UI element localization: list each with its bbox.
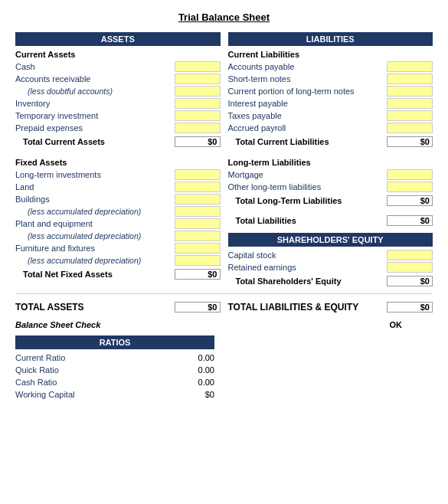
inventory-input[interactable]	[175, 98, 221, 109]
assets-section: ASSETS Current Assets Cash Accounts rece…	[15, 32, 221, 287]
total-current-liabilities-value: $0	[387, 136, 433, 147]
accounts-payable-input[interactable]	[387, 61, 433, 72]
less-accum-dep-buildings-row: (less accumulated depreciation)	[15, 205, 221, 218]
buildings-input[interactable]	[175, 194, 221, 205]
total-equity-row: Total Shareholders' Equity $0	[228, 275, 433, 287]
current-portion-lt-notes-input[interactable]	[387, 86, 433, 97]
total-current-liabilities-row: Total Current Liabilities $0	[228, 136, 433, 148]
total-current-assets-row: Total Current Assets $0	[15, 136, 221, 148]
current-ratio-value: 0.00	[168, 353, 214, 362]
furniture-fixtures-input[interactable]	[175, 243, 221, 254]
land-input[interactable]	[175, 182, 221, 192]
total-liabilities-value: $0	[387, 215, 433, 226]
total-net-fixed-assets-label: Total Net Fixed Assets	[15, 270, 175, 279]
cash-ratio-row: Cash Ratio 0.00	[15, 376, 214, 388]
less-accum-dep-buildings-input[interactable]	[175, 206, 221, 217]
furniture-fixtures-row: Furniture and fixtures	[15, 242, 221, 254]
current-liabilities-label: Current Liabilities	[228, 50, 433, 59]
less-doubtful-label: (less doubtful accounts)	[15, 87, 175, 96]
cash-ratio-label: Cash Ratio	[15, 378, 168, 387]
current-ratio-label: Current Ratio	[15, 353, 168, 362]
plant-equipment-label: Plant and equipment	[15, 219, 175, 228]
mortgage-input[interactable]	[387, 169, 433, 180]
other-lt-liabilities-label: Other long-term liabilities	[228, 182, 388, 191]
taxes-payable-row: Taxes payable	[228, 110, 433, 122]
temporary-investment-label: Temporary investment	[15, 111, 175, 120]
taxes-payable-label: Taxes payable	[228, 111, 388, 120]
capital-stock-row: Capital stock	[228, 249, 433, 261]
less-doubtful-input[interactable]	[175, 86, 221, 97]
total-equity-value: $0	[387, 276, 433, 286]
total-current-assets-label: Total Current Assets	[15, 137, 175, 146]
accounts-payable-label: Accounts payable	[228, 62, 388, 71]
interest-payable-input[interactable]	[387, 98, 433, 109]
plant-equipment-row: Plant and equipment	[15, 218, 221, 230]
less-accum-dep-furniture-label: (less accumulated depreciation)	[15, 256, 175, 265]
land-row: Land	[15, 181, 221, 193]
capital-stock-input[interactable]	[387, 250, 433, 260]
total-liabilities-equity-label: TOTAL LIABILITIES & EQUITY	[228, 302, 388, 313]
total-assets-label: TOTAL ASSETS	[15, 302, 175, 313]
current-portion-lt-notes-label: Current portion of long-term notes	[228, 87, 388, 96]
total-lt-liabilities-label: Total Long-Term Liabilities	[228, 196, 388, 205]
long-term-investments-label: Long-term investments	[15, 170, 175, 179]
temporary-investment-input[interactable]	[175, 110, 221, 121]
liabilities-section: LIABILITIES Current Liabilities Accounts…	[228, 32, 433, 287]
ratios-header: RATIOS	[15, 335, 214, 349]
current-assets-label: Current Assets	[15, 50, 221, 59]
mortgage-label: Mortgage	[228, 170, 388, 179]
fixed-assets-label: Fixed Assets	[15, 158, 221, 167]
accrued-payroll-label: Accrued payroll	[228, 123, 388, 133]
total-liabilities-equity-row: TOTAL LIABILITIES & EQUITY $0	[228, 302, 433, 313]
accounts-receivable-row: Accounts receivable	[15, 73, 221, 85]
buildings-row: Buildings	[15, 193, 221, 205]
total-net-fixed-assets-value: $0	[175, 269, 221, 280]
equity-header: SHAREHOLDERS' EQUITY	[228, 233, 433, 247]
prepaid-expenses-input[interactable]	[175, 123, 221, 133]
total-equity-label: Total Shareholders' Equity	[228, 277, 388, 286]
less-accum-dep-plant-label: (less accumulated depreciation)	[15, 231, 175, 241]
less-accum-dep-furniture-input[interactable]	[175, 255, 221, 266]
retained-earnings-input[interactable]	[387, 262, 433, 273]
land-label: Land	[15, 182, 175, 191]
short-term-notes-input[interactable]	[387, 74, 433, 84]
taxes-payable-input[interactable]	[387, 110, 433, 121]
working-capital-label: Working Capital	[15, 390, 168, 399]
interest-payable-row: Interest payable	[228, 97, 433, 110]
other-lt-liabilities-input[interactable]	[387, 182, 433, 192]
capital-stock-label: Capital stock	[228, 250, 388, 260]
other-lt-liabilities-row: Other long-term liabilities	[228, 181, 433, 193]
furniture-fixtures-label: Furniture and fixtures	[15, 244, 175, 253]
less-accum-dep-plant-input[interactable]	[175, 231, 221, 241]
long-term-investments-input[interactable]	[175, 169, 221, 180]
temporary-investment-row: Temporary investment	[15, 110, 221, 122]
current-portion-lt-notes-row: Current portion of long-term notes	[228, 85, 433, 97]
less-accum-dep-furniture-row: (less accumulated depreciation)	[15, 254, 221, 267]
quick-ratio-label: Quick Ratio	[15, 365, 168, 375]
total-lt-liabilities-row: Total Long-Term Liabilities $0	[228, 195, 433, 207]
less-accum-dep-buildings-label: (less accumulated depreciation)	[15, 207, 175, 216]
total-assets-row: TOTAL ASSETS $0	[15, 302, 221, 313]
working-capital-value: $0	[168, 390, 214, 399]
accounts-payable-row: Accounts payable	[228, 61, 433, 73]
total-liabilities-row: Total Liabilities $0	[228, 214, 433, 227]
accounts-receivable-label: Accounts receivable	[15, 74, 175, 83]
balance-check-value: OK	[390, 320, 403, 329]
total-current-assets-value: $0	[175, 136, 221, 147]
accrued-payroll-input[interactable]	[387, 123, 433, 133]
prepaid-expenses-label: Prepaid expenses	[15, 123, 175, 133]
quick-ratio-value: 0.00	[168, 365, 214, 375]
retained-earnings-label: Retained earnings	[228, 263, 388, 272]
inventory-label: Inventory	[15, 99, 175, 108]
cash-input[interactable]	[175, 61, 221, 72]
accounts-receivable-input[interactable]	[175, 74, 221, 84]
long-term-investments-row: Long-term investments	[15, 169, 221, 181]
retained-earnings-row: Retained earnings	[228, 261, 433, 273]
cash-row: Cash	[15, 61, 221, 73]
current-ratio-row: Current Ratio 0.00	[15, 352, 214, 364]
total-liabilities-equity-value: $0	[387, 302, 433, 313]
plant-equipment-input[interactable]	[175, 218, 221, 229]
short-term-notes-row: Short-term notes	[228, 73, 433, 85]
cash-ratio-value: 0.00	[168, 378, 214, 387]
balance-check-row: Balance Sheet Check OK	[15, 320, 433, 329]
